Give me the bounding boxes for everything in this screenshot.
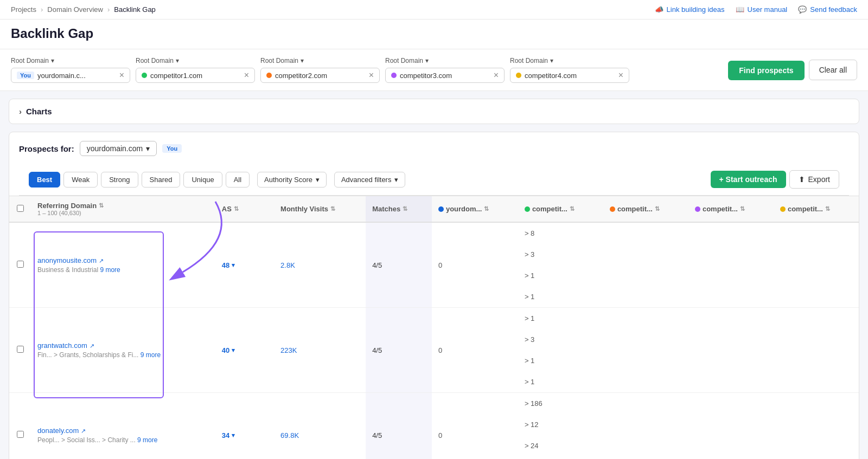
export-label: Export [808, 175, 830, 184]
prospects-for-row: Prospects for: yourdomain.com ▾ You [19, 141, 849, 164]
sort-icon-comp1[interactable]: ⇅ [570, 205, 575, 212]
domain-label-comp1[interactable]: Root Domain ▾ [136, 57, 255, 64]
chevron-down-icon-comp1: ▾ [176, 57, 179, 64]
domain-label-comp4[interactable]: Root Domain ▾ [510, 57, 629, 64]
advanced-filters-label: Advanced filters [341, 176, 392, 184]
domain-link[interactable]: anonymousite.com ↗ [37, 256, 209, 264]
breadcrumb-sep-2: › [107, 5, 110, 14]
row-comp2-cell: > 12 [518, 414, 603, 435]
close-icon-comp4[interactable]: × [615, 71, 623, 80]
domain-chip-comp2[interactable]: competitor2.com × [260, 68, 380, 83]
row-checkbox[interactable] [17, 346, 24, 353]
domain-categories: Peopl... > Social Iss... > Charity ... 9… [37, 436, 209, 444]
breadcrumb-backlink-gap: Backlink Gap [114, 5, 156, 14]
col-matches: Matches ⇅ [366, 196, 432, 222]
clear-all-button[interactable]: Clear all [809, 60, 857, 80]
domain-chip-value-you: yourdomain.c... [37, 72, 86, 80]
close-icon-you[interactable]: × [116, 71, 124, 80]
domain-label-text-comp2: Root Domain [260, 57, 298, 64]
col-referring-sub: 1 – 100 (40,630) [37, 210, 209, 216]
more-link[interactable]: 9 more [141, 351, 161, 359]
sort-icon-referring[interactable]: ⇅ [99, 202, 104, 209]
row-checkbox[interactable] [17, 261, 24, 268]
domain-label-comp3[interactable]: Root Domain ▾ [385, 57, 505, 64]
charts-toggle[interactable]: › Charts [19, 107, 849, 116]
tab-best[interactable]: Best [29, 172, 60, 188]
sort-icon-comp2[interactable]: ⇅ [655, 205, 660, 212]
breadcrumb-domain-overview[interactable]: Domain Overview [47, 5, 103, 14]
tab-strong[interactable]: Strong [101, 172, 138, 188]
row-yourdomain-cell: 0 [432, 308, 518, 393]
charts-section: › Charts [9, 99, 859, 124]
col-as-label: AS [222, 205, 232, 213]
tab-shared[interactable]: Shared [142, 172, 181, 188]
select-all-checkbox[interactable] [17, 205, 24, 212]
chevron-down-icon-comp4: ▾ [550, 57, 553, 64]
chevron-down-icon[interactable]: ▾ [232, 347, 235, 354]
table-row: grantwatch.com ↗ Fin... > Grants, Schola… [9, 308, 859, 393]
breadcrumb-projects[interactable]: Projects [11, 5, 36, 14]
table-row: anonymousite.com ↗ Business & Industrial… [9, 222, 859, 308]
close-icon-comp2[interactable]: × [366, 71, 374, 80]
row-comp2-cell: > 3 [518, 329, 603, 350]
top-nav: Projects › Domain Overview › Backlink Ga… [0, 0, 868, 20]
as-value: 34 ▾ [222, 431, 267, 439]
more-link[interactable]: 9 more [137, 436, 157, 444]
tab-unique[interactable]: Unique [183, 172, 222, 188]
row-comp3-cell: > 1 [518, 265, 603, 286]
row-comp1-cell: > 1 [518, 308, 603, 329]
col-matches-label: Matches [372, 205, 400, 213]
col-comp2-label: competit... [617, 205, 653, 213]
col-yourdomain-label: yourdom... [446, 205, 482, 213]
col-referring: Referring Domain ⇅ 1 – 100 (40,630) [31, 196, 215, 222]
close-icon-comp3[interactable]: × [490, 71, 499, 80]
col-checkbox [9, 196, 31, 222]
advanced-filters-dropdown[interactable]: Advanced filters ▾ [334, 172, 406, 188]
domain-group-comp3: Root Domain ▾ competitor3.com × [385, 57, 505, 83]
domain-link[interactable]: donately.com ↗ [37, 426, 209, 435]
sort-icon-yourdomain[interactable]: ⇅ [484, 205, 489, 212]
link-building-action[interactable]: 📣 Link building ideas [655, 5, 725, 14]
row-domain-cell: anonymousite.com ↗ Business & Industrial… [31, 222, 215, 308]
domain-label-comp2[interactable]: Root Domain ▾ [260, 57, 380, 64]
sort-icon-visits[interactable]: ⇅ [330, 205, 335, 212]
domain-chip-you[interactable]: You yourdomain.c... × [11, 68, 130, 83]
results-table: Referring Domain ⇅ 1 – 100 (40,630) AS ⇅ [9, 196, 859, 459]
breadcrumb-sep-1: › [41, 5, 43, 14]
sort-icon-comp4[interactable]: ⇅ [825, 205, 830, 212]
tab-weak[interactable]: Weak [63, 172, 98, 188]
start-outreach-button[interactable]: + Start outreach [711, 171, 786, 188]
col-visits: Monthly Visits ⇅ [274, 196, 366, 222]
prospects-domain-select[interactable]: yourdomain.com ▾ [80, 141, 157, 156]
domain-categories: Business & Industrial 9 more [37, 266, 209, 274]
tab-all[interactable]: All [226, 172, 250, 188]
send-feedback-action[interactable]: 💬 Send feedback [798, 5, 857, 14]
sort-icon-comp3[interactable]: ⇅ [740, 205, 745, 212]
domain-chip-comp3[interactable]: competitor3.com × [385, 68, 505, 83]
external-link-icon: ↗ [99, 257, 105, 264]
chevron-down-icon[interactable]: ▾ [232, 432, 235, 439]
more-link[interactable]: 9 more [100, 266, 120, 274]
prospects-domain-value: yourdomain.com [87, 144, 143, 153]
chevron-down-icon[interactable]: ▾ [232, 262, 235, 269]
row-domain-cell: grantwatch.com ↗ Fin... > Grants, Schola… [31, 308, 215, 393]
row-as-cell: 40 ▾ [215, 308, 274, 393]
domain-chip-comp1[interactable]: competitor1.com × [136, 68, 255, 83]
top-nav-actions: 📣 Link building ideas 📖 User manual 💬 Se… [655, 5, 857, 14]
chevron-down-icon-prospects: ▾ [146, 144, 150, 153]
col-comp4: competit... ⇅ [774, 196, 859, 222]
sort-icon-as[interactable]: ⇅ [234, 205, 239, 212]
link-building-label: Link building ideas [667, 5, 725, 14]
dot-yourdomain [438, 206, 444, 212]
user-manual-action[interactable]: 📖 User manual [736, 5, 788, 14]
domain-label-you[interactable]: Root Domain ▾ [11, 57, 130, 64]
row-checkbox[interactable] [17, 431, 24, 438]
close-icon-comp1[interactable]: × [241, 71, 249, 80]
authority-score-filter[interactable]: Authority Score ▾ [257, 172, 327, 188]
domain-label-text-you: Root Domain [11, 57, 49, 64]
export-button[interactable]: ⬆ Export [789, 170, 839, 189]
sort-icon-matches[interactable]: ⇅ [403, 205, 407, 212]
find-prospects-button[interactable]: Find prospects [728, 61, 804, 80]
domain-chip-comp4[interactable]: competitor4.com × [510, 68, 629, 83]
domain-link[interactable]: grantwatch.com ↗ [37, 341, 209, 350]
